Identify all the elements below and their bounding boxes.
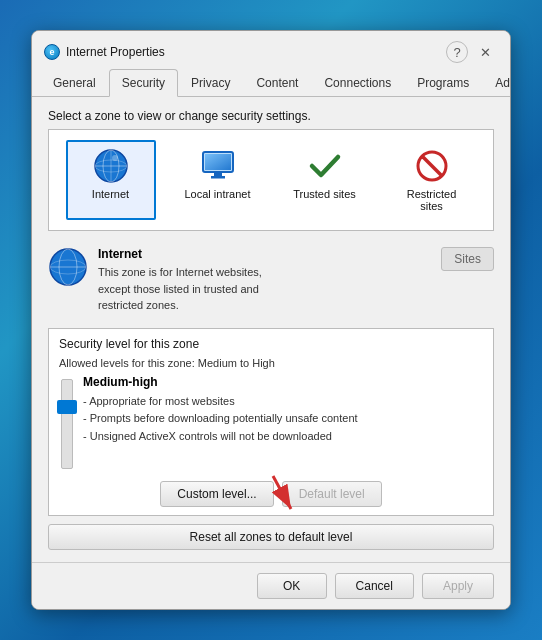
security-level-name: Medium-high xyxy=(83,375,483,389)
tab-content[interactable]: Content xyxy=(243,69,311,97)
local-intranet-icon xyxy=(200,148,236,184)
security-slider[interactable] xyxy=(61,379,73,469)
tab-advanced[interactable]: Advanced xyxy=(482,69,511,97)
apply-button[interactable]: Apply xyxy=(422,573,494,599)
restricted-sites-icon xyxy=(414,148,450,184)
button-area: Custom level... Default level xyxy=(59,481,483,507)
ok-button[interactable]: OK xyxy=(257,573,327,599)
help-button[interactable]: ? xyxy=(446,41,468,63)
svg-rect-10 xyxy=(211,176,225,179)
internet-label: Internet xyxy=(92,188,129,200)
svg-rect-9 xyxy=(214,172,222,176)
app-icon: e xyxy=(44,44,60,60)
internet-icon xyxy=(93,148,129,184)
zone-info-area: Internet This zone is for Internet websi… xyxy=(48,241,494,320)
bottom-bar: OK Cancel Apply xyxy=(32,562,510,609)
tab-content-area: Select a zone to view or change security… xyxy=(32,97,510,562)
zone-info-title: Internet xyxy=(98,247,431,261)
zone-desc-line2: except those listed in trusted and xyxy=(98,283,259,295)
zone-item-local-intranet[interactable]: Local intranet xyxy=(173,140,263,220)
zone-info-text: Internet This zone is for Internet websi… xyxy=(98,247,431,314)
trusted-sites-label: Trusted sites xyxy=(293,188,356,200)
restricted-sites-label: Restricted sites xyxy=(395,188,469,212)
zone-desc-line1: This zone is for Internet websites, xyxy=(98,266,262,278)
svg-point-5 xyxy=(112,155,118,161)
security-desc-1: Appropriate for most websites xyxy=(83,393,483,411)
slider-thumb xyxy=(57,400,77,414)
zone-info-icon xyxy=(48,247,88,287)
tab-connections[interactable]: Connections xyxy=(311,69,404,97)
svg-rect-8 xyxy=(205,154,231,170)
zone-item-internet[interactable]: Internet xyxy=(66,140,156,220)
zones-row: Internet xyxy=(59,140,483,220)
title-bar-left: e Internet Properties xyxy=(44,44,165,60)
reset-all-button[interactable]: Reset all zones to default level xyxy=(48,524,494,550)
close-button[interactable]: ✕ xyxy=(472,41,498,63)
tab-privacy[interactable]: Privacy xyxy=(178,69,243,97)
tab-general[interactable]: General xyxy=(40,69,109,97)
sites-button[interactable]: Sites xyxy=(441,247,494,271)
default-level-button[interactable]: Default level xyxy=(282,481,382,507)
local-intranet-label: Local intranet xyxy=(184,188,250,200)
zone-item-trusted-sites[interactable]: Trusted sites xyxy=(280,140,370,220)
security-allowed-label: Allowed levels for this zone: Medium to … xyxy=(59,357,483,369)
security-level-section: Security level for this zone Allowed lev… xyxy=(48,328,494,516)
tab-bar: General Security Privacy Content Connect… xyxy=(32,69,510,97)
window-title: Internet Properties xyxy=(66,45,165,59)
title-bar: e Internet Properties ? ✕ xyxy=(32,31,510,69)
trusted-sites-icon xyxy=(307,148,343,184)
custom-level-button[interactable]: Custom level... xyxy=(160,481,273,507)
zone-info-desc: This zone is for Internet websites, exce… xyxy=(98,264,431,314)
tab-security[interactable]: Security xyxy=(109,69,178,97)
security-desc-2: Prompts before downloading potentially u… xyxy=(83,410,483,428)
security-inner: Medium-high Appropriate for most website… xyxy=(59,375,483,473)
security-desc-3: Unsigned ActiveX controls will not be do… xyxy=(83,428,483,446)
reset-row: Reset all zones to default level xyxy=(48,524,494,550)
tab-programs[interactable]: Programs xyxy=(404,69,482,97)
internet-properties-dialog: e Internet Properties ? ✕ General Securi… xyxy=(31,30,511,610)
security-desc-area: Appropriate for most websites Prompts be… xyxy=(83,393,483,446)
level-buttons-row: Custom level... Default level xyxy=(59,481,483,507)
zone-desc-line3: restricted zones. xyxy=(98,299,179,311)
zones-box: Internet xyxy=(48,129,494,231)
zone-item-restricted-sites[interactable]: Restricted sites xyxy=(387,140,477,220)
security-level-title: Security level for this zone xyxy=(59,337,483,351)
zones-section-label: Select a zone to view or change security… xyxy=(48,109,494,123)
security-text-area: Medium-high Appropriate for most website… xyxy=(83,375,483,446)
cancel-button[interactable]: Cancel xyxy=(335,573,414,599)
title-controls: ? ✕ xyxy=(446,41,498,63)
